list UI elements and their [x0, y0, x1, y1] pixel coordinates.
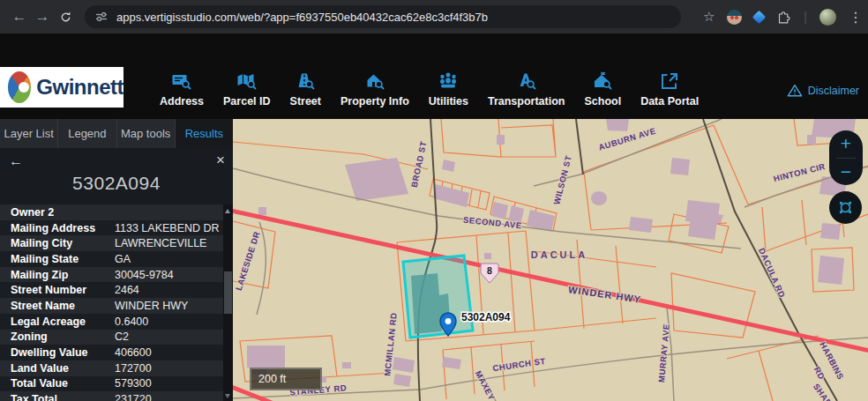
- disclaimer-link[interactable]: Disclaimer: [787, 83, 859, 98]
- utilities-people-icon: [437, 71, 460, 92]
- main-roads: [418, 119, 837, 401]
- browser-toolbar: ← → apps.vertigisstudio.com/web/?app=f69…: [0, 0, 868, 33]
- tab-results[interactable]: Results: [176, 119, 233, 148]
- zoom-in-button[interactable]: +: [829, 130, 863, 158]
- default-extent-button[interactable]: [829, 191, 862, 224]
- street-label-winder-hwy: WINDER HWY: [567, 284, 641, 304]
- nav-label: Street: [290, 95, 321, 108]
- browser-back-button[interactable]: ←: [9, 6, 30, 27]
- url-bar[interactable]: apps.vertigisstudio.com/web/?app=f693755…: [85, 5, 681, 28]
- reload-icon: [58, 10, 73, 25]
- warning-triangle-icon: [787, 83, 803, 98]
- field-label: Legal Acreage: [11, 316, 115, 328]
- address-search-icon: [170, 71, 193, 92]
- field-label: Mailing Address: [11, 222, 115, 234]
- results-table: Owner 2 Mailing Address 1133 LAKEBEND DR…: [0, 204, 223, 401]
- parcel-lines: [233, 119, 868, 401]
- gwinnett-logo[interactable]: Gwinnett: [0, 67, 123, 108]
- tab-legend[interactable]: Legend: [58, 119, 116, 148]
- scroll-up-arrow[interactable]: [225, 209, 230, 213]
- svg-text:8: 8: [487, 265, 492, 276]
- nav-item-utilities[interactable]: Utilities: [419, 71, 478, 108]
- extent-arrows-icon: [836, 198, 855, 217]
- street-label: MURRAY AVE: [656, 323, 671, 382]
- field-label: Zoning: [11, 330, 115, 343]
- nav-item-school[interactable]: School: [574, 71, 631, 108]
- toolbar-separator: |: [804, 10, 807, 24]
- nav-label: Address: [160, 95, 204, 108]
- tab-layer-list[interactable]: Layer List: [0, 119, 58, 148]
- external-link-icon: [658, 71, 681, 92]
- table-row: Mailing State GA: [0, 251, 223, 267]
- zoom-out-button[interactable]: −: [829, 159, 863, 186]
- back-arrow-button[interactable]: ←: [9, 153, 23, 169]
- field-value: LAWRENCEVILLE: [115, 237, 206, 249]
- extension-icon-goggles[interactable]: [727, 10, 742, 25]
- table-row: Street Name WINDER HWY: [0, 298, 223, 314]
- tab-map-tools[interactable]: Map tools: [117, 119, 176, 148]
- nav-label: Property Info: [340, 95, 409, 108]
- field-value: 172700: [115, 362, 152, 375]
- selected-parcel-label: 5302A094: [461, 311, 511, 323]
- table-row: Tax Total 231720: [0, 391, 223, 401]
- site-info-icon[interactable]: [95, 11, 108, 23]
- street-label: BROAD ST: [409, 140, 429, 189]
- nav-item-property-info[interactable]: Property Info: [331, 71, 419, 108]
- scale-bar-label: 200 ft: [258, 373, 286, 385]
- nav-item-address[interactable]: Address: [150, 71, 213, 108]
- nav-item-street[interactable]: Street: [281, 71, 331, 108]
- browser-menu-icon[interactable]: ⋮: [849, 9, 863, 26]
- street-labels: BROAD ST SECOND AVE AUBURN AVE WILSON ST…: [234, 126, 846, 401]
- table-row: Street Number 2464: [0, 282, 223, 298]
- field-label: Street Name: [11, 300, 115, 312]
- nav-item-parcel-id[interactable]: Parcel ID: [213, 71, 281, 108]
- profile-avatar[interactable]: [819, 9, 836, 26]
- street-label: SHARR: [812, 382, 838, 401]
- field-value: 2464: [115, 284, 139, 296]
- close-icon[interactable]: ×: [216, 152, 225, 169]
- parcel-search-icon: [236, 71, 258, 92]
- panel-scrollbar[interactable]: [223, 204, 233, 401]
- field-label: Tax Total: [11, 393, 115, 401]
- scale-bar: 200 ft: [250, 368, 322, 390]
- map-canvas[interactable]: BROAD ST SECOND AVE AUBURN AVE WILSON ST…: [233, 119, 868, 401]
- browser-forward-button[interactable]: →: [32, 6, 53, 27]
- minor-roads: [233, 119, 868, 401]
- table-row: Zoning C2: [0, 330, 223, 345]
- nav-item-data-portal[interactable]: Data Portal: [631, 71, 708, 108]
- field-label: Mailing Zip: [11, 269, 115, 281]
- url-text: apps.vertigisstudio.com/web/?app=f693755…: [116, 11, 488, 24]
- scroll-down-arrow[interactable]: [225, 394, 230, 398]
- panel-tabbar: Layer List Legend Map tools Results: [0, 119, 233, 148]
- table-row: Total Value 579300: [0, 376, 223, 392]
- street-label: HINTON CIR: [773, 161, 827, 183]
- table-row: Owner 2: [0, 204, 223, 220]
- selected-parcel-highlight[interactable]: [403, 256, 473, 338]
- table-row: Dwelling Value 406600: [0, 345, 223, 360]
- field-value: C2: [115, 330, 129, 343]
- scrollbar-thumb[interactable]: [224, 271, 232, 314]
- extensions-puzzle-icon[interactable]: [776, 10, 791, 25]
- zoom-control: + −: [829, 130, 863, 185]
- extension-icon-blue-kite[interactable]: [752, 10, 767, 24]
- nav-item-transportation[interactable]: Transportation: [478, 71, 575, 108]
- browser-reload-button[interactable]: [55, 6, 76, 27]
- table-row: Land Value 172700: [0, 360, 223, 376]
- app-header: Gwinnett Address: [0, 33, 868, 119]
- bookmark-star-icon[interactable]: ☆: [703, 9, 715, 25]
- field-label: Owner 2: [11, 206, 115, 219]
- parcel-title: 5302A094: [0, 173, 233, 194]
- table-row: Mailing Zip 30045-9784: [0, 267, 223, 283]
- field-value: 0.6400: [115, 316, 148, 328]
- field-value: 579300: [115, 377, 152, 390]
- field-value: 231720: [115, 393, 152, 401]
- gwinnett-logo-icon: [8, 71, 31, 103]
- field-label: Mailing City: [11, 237, 115, 249]
- field-label: Land Value: [11, 362, 115, 375]
- winder-hwy-line: [233, 211, 868, 401]
- table-row: Legal Acreage 0.6400: [0, 314, 223, 330]
- field-value: GA: [115, 253, 131, 265]
- field-label: Mailing State: [11, 253, 115, 265]
- nav-label: Transportation: [488, 95, 565, 108]
- street-label: LAKESIDE DR: [234, 230, 262, 292]
